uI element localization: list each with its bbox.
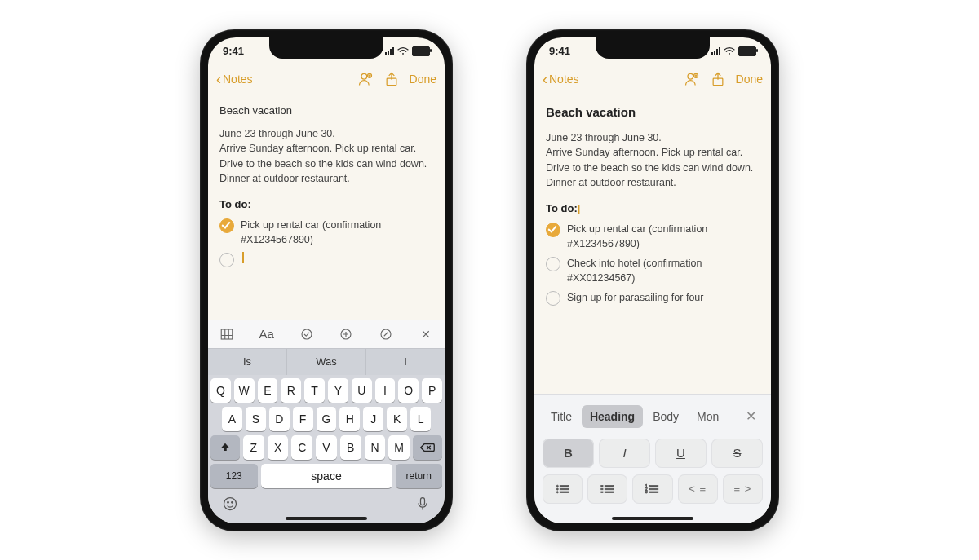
note-body[interactable]: Beach vacation June 23 through June 30. … xyxy=(208,95,445,320)
key-o[interactable]: O xyxy=(398,378,419,403)
checklist-icon[interactable] xyxy=(296,324,317,345)
key-a[interactable]: A xyxy=(222,407,242,431)
key-h[interactable]: H xyxy=(339,407,360,431)
dash-list-icon[interactable] xyxy=(587,474,627,504)
phone-right: 9:41 ‹ Notes Done Beach xyxy=(526,29,779,531)
style-body[interactable]: Body xyxy=(645,405,687,428)
key-j[interactable]: J xyxy=(363,407,383,431)
svg-point-13 xyxy=(688,73,693,79)
add-person-icon[interactable] xyxy=(357,71,374,87)
return-key[interactable]: return xyxy=(396,464,443,488)
nav-bar: ‹ Notes Done xyxy=(208,65,445,95)
underline-button[interactable]: U xyxy=(655,439,707,468)
key-v[interactable]: V xyxy=(316,435,337,460)
key-s[interactable]: S xyxy=(246,407,266,431)
svg-text:3: 3 xyxy=(645,490,648,494)
checkbox-empty-icon[interactable] xyxy=(219,253,234,267)
numbered-list-icon[interactable]: 123 xyxy=(632,474,672,504)
back-label: Notes xyxy=(223,73,253,86)
table-icon[interactable] xyxy=(216,324,237,345)
suggestion[interactable]: Is xyxy=(208,349,287,375)
note-paragraph: June 23 through June 30. Arrive Sunday a… xyxy=(219,126,433,186)
svg-rect-4 xyxy=(221,329,233,339)
key-n[interactable]: N xyxy=(365,435,386,460)
chevron-left-icon: ‹ xyxy=(543,72,547,86)
key-b[interactable]: B xyxy=(340,435,361,460)
key-q[interactable]: Q xyxy=(210,378,231,403)
italic-button[interactable]: I xyxy=(599,439,650,468)
indent-button[interactable]: ≡ > xyxy=(723,474,763,504)
suggestion[interactable]: I xyxy=(366,349,445,375)
key-p[interactable]: P xyxy=(422,378,442,403)
back-label: Notes xyxy=(549,73,579,86)
bold-button[interactable]: B xyxy=(543,439,594,468)
back-button[interactable]: ‹ Notes xyxy=(216,72,253,86)
style-title[interactable]: Title xyxy=(543,405,580,428)
svg-rect-19 xyxy=(560,488,569,490)
checkbox-checked-icon[interactable] xyxy=(219,218,234,233)
svg-rect-22 xyxy=(601,485,603,487)
key-w[interactable]: W xyxy=(234,378,255,403)
numbers-key[interactable]: 123 xyxy=(210,464,258,488)
text-cursor xyxy=(242,252,244,263)
signal-icon xyxy=(385,47,394,55)
svg-rect-26 xyxy=(601,492,603,493)
done-button[interactable]: Done xyxy=(410,73,436,86)
key-z[interactable]: Z xyxy=(243,435,264,460)
outdent-button[interactable]: < ≡ xyxy=(678,474,718,504)
style-heading[interactable]: Heading xyxy=(582,405,643,428)
markup-icon[interactable] xyxy=(375,324,396,345)
note-body[interactable]: Beach vacation June 23 through June 30. … xyxy=(534,95,771,394)
key-x[interactable]: X xyxy=(268,435,289,460)
checkbox-empty-icon[interactable] xyxy=(546,257,560,271)
todo-heading: To do: xyxy=(219,197,433,213)
close-format-icon[interactable]: ✕ xyxy=(739,405,763,427)
key-f[interactable]: F xyxy=(293,407,313,431)
wifi-icon xyxy=(724,47,735,55)
back-button[interactable]: ‹ Notes xyxy=(543,72,579,86)
todo-item-empty[interactable] xyxy=(219,252,433,267)
add-icon[interactable] xyxy=(335,324,357,345)
signal-icon xyxy=(711,47,720,55)
todo-text: Check into hotel (confirmation #XX012345… xyxy=(567,256,760,285)
style-mono[interactable]: Mon xyxy=(689,405,727,428)
battery-icon xyxy=(738,46,756,56)
key-t[interactable]: T xyxy=(304,378,325,403)
key-u[interactable]: U xyxy=(352,378,372,403)
key-r[interactable]: R xyxy=(281,378,301,403)
keyboard[interactable]: Is Was I QWERTYUIOP ASDFGHJKL ZXCVBNM xyxy=(208,348,445,523)
shift-key[interactable] xyxy=(210,435,240,460)
key-g[interactable]: G xyxy=(317,407,337,431)
todo-item[interactable]: Sign up for parasailing for four xyxy=(546,290,760,306)
done-button[interactable]: Done xyxy=(736,73,763,86)
share-icon[interactable] xyxy=(710,71,726,87)
checkbox-empty-icon[interactable] xyxy=(546,291,560,306)
key-m[interactable]: M xyxy=(388,435,410,460)
close-toolbar-icon[interactable] xyxy=(415,324,436,345)
todo-item[interactable]: Pick up rental car (confirmation #X12345… xyxy=(219,218,433,247)
todo-item[interactable]: Pick up rental car (confirmation #X12345… xyxy=(546,222,760,251)
key-e[interactable]: E xyxy=(258,378,278,403)
chevron-left-icon: ‹ xyxy=(216,72,221,86)
text-style-button[interactable]: Aa xyxy=(256,324,277,345)
checkbox-checked-icon[interactable] xyxy=(546,223,560,237)
mic-icon[interactable] xyxy=(414,496,431,515)
home-indicator[interactable] xyxy=(286,517,367,520)
key-l[interactable]: L xyxy=(410,407,431,431)
key-i[interactable]: I xyxy=(375,378,396,403)
key-k[interactable]: K xyxy=(387,407,407,431)
space-key[interactable]: space xyxy=(261,464,392,488)
add-person-icon[interactable] xyxy=(684,71,700,87)
backspace-key[interactable] xyxy=(413,435,442,460)
svg-point-5 xyxy=(302,329,312,339)
strikethrough-button[interactable]: S xyxy=(711,439,763,468)
bullet-list-icon[interactable] xyxy=(543,474,583,504)
key-c[interactable]: C xyxy=(291,435,312,460)
share-icon[interactable] xyxy=(383,71,400,87)
emoji-icon[interactable] xyxy=(222,496,238,515)
key-y[interactable]: Y xyxy=(328,378,348,403)
home-indicator[interactable] xyxy=(612,517,693,520)
key-d[interactable]: D xyxy=(269,407,290,431)
suggestion[interactable]: Was xyxy=(287,349,366,375)
todo-item[interactable]: Check into hotel (confirmation #XX012345… xyxy=(546,256,760,285)
